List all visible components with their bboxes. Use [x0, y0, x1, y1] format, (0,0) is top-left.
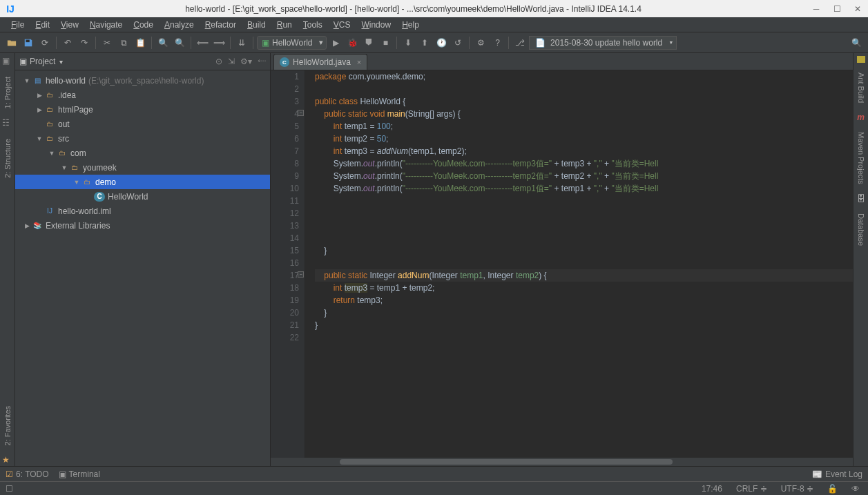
run-config-label: HelloWorld	[272, 38, 312, 48]
tree-item-htmlpage[interactable]: 🗀htmlPage	[15, 102, 270, 117]
find-icon[interactable]: 🔍	[155, 35, 171, 50]
debug-icon[interactable]: 🐞	[345, 35, 360, 50]
hide-panel-icon[interactable]: ⬸	[258, 57, 266, 66]
tree-item--idea[interactable]: 🗀.idea	[15, 88, 270, 102]
tree-item-com[interactable]: 🗀com	[15, 146, 270, 160]
open-icon[interactable]	[4, 35, 19, 50]
make-icon[interactable]: ⇊	[234, 35, 249, 50]
project-tree[interactable]: ▤hello-world(E:\git_work_space\hello-wor…	[15, 70, 270, 466]
project-view-select[interactable]: ▣ Project	[19, 57, 63, 66]
tree-item-external-libraries[interactable]: 📚External Libraries	[15, 218, 270, 233]
tree-arrow-icon[interactable]	[35, 106, 44, 113]
menu-vcs[interactable]: VCS	[328, 19, 356, 31]
menu-tools[interactable]: Tools	[298, 19, 328, 31]
tree-item-helloworld[interactable]: CHelloWorld	[15, 189, 270, 204]
tree-label: youmeek	[83, 163, 117, 173]
menu-help[interactable]: Help	[396, 19, 425, 31]
svg-rect-0	[26, 39, 30, 42]
back-icon[interactable]: ⟸	[195, 35, 210, 50]
search-everywhere-icon[interactable]: 🔍	[849, 35, 864, 50]
vcs-revert-icon[interactable]: ↺	[450, 35, 465, 50]
vcs-branch-icon[interactable]: ⎇	[512, 35, 528, 50]
run-icon[interactable]: ▶	[328, 35, 343, 50]
inspection-marker-icon[interactable]	[857, 56, 865, 63]
status-lock-icon[interactable]: 🔓	[824, 484, 840, 494]
replace-icon[interactable]: 🔍	[172, 35, 187, 50]
tree-arrow-icon[interactable]	[72, 179, 81, 186]
cut-icon[interactable]: ✂	[99, 35, 115, 50]
copy-icon[interactable]: ⧉	[116, 35, 131, 50]
bottom-tab-todo[interactable]: ☑6: TODO	[6, 469, 49, 479]
scroll-from-source-icon[interactable]: ⊙	[215, 57, 222, 66]
database-icon[interactable]: 🗄	[857, 194, 865, 204]
favorites-star-icon[interactable]: ★	[2, 455, 13, 466]
tree-item-out[interactable]: 🗀out	[15, 117, 270, 131]
menu-code[interactable]: Code	[128, 19, 159, 31]
tree-label: .idea	[58, 90, 76, 100]
run-config-select[interactable]: ▣HelloWorld	[257, 36, 327, 50]
left-tab-structure[interactable]: 2: Structure	[2, 135, 13, 182]
structure-tool-icon[interactable]: ☷	[2, 118, 13, 129]
right-tab-database[interactable]: Database	[856, 209, 867, 250]
bottom-tab-terminal[interactable]: ▣Terminal	[59, 469, 100, 479]
help-icon[interactable]: ?	[490, 35, 505, 50]
undo-icon[interactable]: ↶	[60, 35, 75, 50]
coverage-icon[interactable]: ⛊	[361, 35, 376, 50]
menu-file[interactable]: File	[6, 19, 30, 31]
settings-icon[interactable]: ⚙	[473, 35, 488, 50]
status-line-sep[interactable]: CRLF ≑	[733, 484, 770, 494]
minimize-button[interactable]: ─	[806, 0, 827, 17]
right-tab-maven[interactable]: Maven Projects	[856, 128, 867, 188]
status-hint-icon[interactable]: ☐	[6, 484, 13, 494]
status-inspector-icon[interactable]: 👁	[849, 484, 862, 494]
tree-arrow-icon[interactable]	[22, 222, 32, 229]
sync-icon[interactable]: ⟳	[37, 35, 52, 50]
horizontal-scrollbar[interactable]	[271, 458, 853, 466]
stop-icon[interactable]: ■	[378, 35, 393, 50]
paste-icon[interactable]: 📋	[133, 35, 148, 50]
vcs-history-icon[interactable]: 🕐	[434, 35, 449, 50]
menu-window[interactable]: Window	[356, 19, 396, 31]
menu-run[interactable]: Run	[271, 19, 298, 31]
left-tab-project[interactable]: 1: Project	[2, 72, 13, 113]
vcs-commit-icon[interactable]: ⬆	[417, 35, 432, 50]
java-class-icon: C	[280, 57, 289, 67]
bottom-tab-eventlog[interactable]: 📰Event Log	[812, 469, 862, 479]
line-number-gutter[interactable]: 1234−567891011121314151617−1819202122	[271, 70, 305, 458]
close-tab-icon[interactable]: ×	[357, 58, 361, 66]
tree-arrow-icon[interactable]	[35, 92, 44, 99]
tree-arrow-icon[interactable]	[47, 150, 57, 157]
project-tool-icon[interactable]: ▣	[2, 56, 13, 67]
menu-navigate[interactable]: Navigate	[84, 19, 128, 31]
scrollbar-thumb[interactable]	[340, 459, 673, 465]
menu-analyze[interactable]: Analyze	[159, 19, 200, 31]
menu-refactor[interactable]: Refactor	[200, 19, 242, 31]
tree-item-hello-world[interactable]: ▤hello-world(E:\git_work_space\hello-wor…	[15, 73, 270, 88]
tree-item-src[interactable]: 🗀src	[15, 131, 270, 146]
status-encoding[interactable]: UTF-8 ≑	[778, 484, 816, 494]
redo-icon[interactable]: ↷	[77, 35, 92, 50]
forward-icon[interactable]: ⟹	[211, 35, 226, 50]
tree-item-demo[interactable]: 🗀demo	[15, 175, 270, 189]
tree-arrow-icon[interactable]	[59, 164, 69, 171]
right-tab-ant[interactable]: Ant Build	[856, 68, 867, 107]
code-area[interactable]: package com.youmeek.demo; public class H…	[305, 70, 853, 458]
tree-arrow-icon[interactable]	[22, 77, 32, 84]
tree-item-hello-world-iml[interactable]: IJhello-world.iml	[15, 204, 270, 218]
menu-build[interactable]: Build	[242, 19, 271, 31]
close-button[interactable]: ✕	[847, 0, 868, 17]
tree-arrow-icon[interactable]	[35, 135, 44, 142]
menu-view[interactable]: View	[55, 19, 84, 31]
vcs-update-icon[interactable]: ⬇	[401, 35, 416, 50]
tree-item-youmeek[interactable]: 🗀youmeek	[15, 160, 270, 175]
left-tab-favorites[interactable]: 2: Favorites	[2, 402, 13, 449]
project-settings-icon[interactable]: ⚙▾	[240, 57, 252, 66]
menu-edit[interactable]: Edit	[30, 19, 55, 31]
editor-tab-helloworld[interactable]: C HelloWorld.java ×	[273, 54, 367, 70]
tree-label: HelloWorld	[108, 192, 148, 202]
maven-icon[interactable]: m	[857, 113, 865, 122]
collapse-all-icon[interactable]: ⇲	[228, 57, 235, 66]
maximize-button[interactable]: ☐	[827, 0, 847, 17]
save-icon[interactable]	[21, 35, 36, 50]
vcs-commit-select[interactable]: 📄 2015-08-30 update hello world	[529, 36, 677, 50]
